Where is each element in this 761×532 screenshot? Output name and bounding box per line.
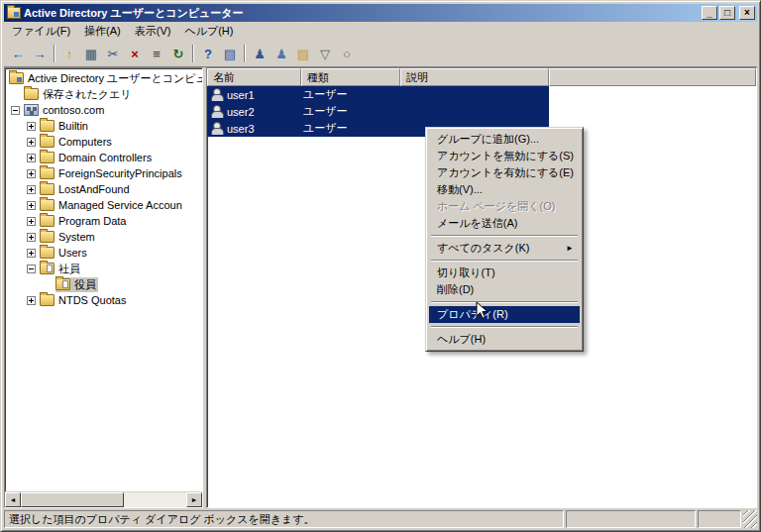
cell-name: user2 bbox=[207, 103, 301, 120]
close-button[interactable]: × bbox=[739, 6, 755, 20]
maximize-button[interactable]: □ bbox=[719, 6, 735, 20]
tree-item-computers[interactable]: Computers bbox=[5, 134, 202, 150]
folder-icon bbox=[40, 120, 54, 132]
tree-item-content: Computers bbox=[40, 136, 114, 148]
up-one-level-icon[interactable]: ↑ bbox=[58, 44, 80, 64]
list-row-user1[interactable]: user1ユーザー bbox=[207, 86, 549, 103]
toolbar-separator bbox=[244, 45, 246, 62]
context-menu-item-disable-account[interactable]: アカウントを無効にする(S) bbox=[429, 148, 580, 164]
scroll-left-icon[interactable]: ◄ bbox=[5, 492, 21, 507]
new-group-icon[interactable]: ♟ bbox=[271, 44, 292, 64]
expand-plus-icon[interactable] bbox=[27, 296, 36, 305]
tree-item-contoso-com[interactable]: contoso.com bbox=[5, 102, 202, 118]
menu-action[interactable]: 操作(A) bbox=[77, 22, 128, 41]
tree-item-builtin[interactable]: Builtin bbox=[5, 118, 202, 134]
tree-item-label: Active Directory ユーザーとコンピュ bbox=[28, 71, 202, 86]
expand-plus-icon[interactable] bbox=[27, 122, 36, 131]
tree-item-saved-queries[interactable]: 保存されたクエリ bbox=[5, 86, 202, 102]
domain-icon bbox=[24, 104, 39, 116]
context-menu-item-all-tasks[interactable]: すべてのタスク(K)► bbox=[429, 240, 580, 257]
tree-item-label: ForeignSecurityPrincipals bbox=[58, 167, 182, 179]
new-ou-icon[interactable]: ▤ bbox=[292, 44, 314, 64]
expand-plus-icon[interactable] bbox=[27, 185, 36, 194]
help-icon[interactable]: ? bbox=[197, 44, 219, 64]
list-row-user2[interactable]: user2ユーザー bbox=[207, 103, 549, 120]
menu-help[interactable]: ヘルプ(H) bbox=[177, 22, 240, 41]
show-console-tree-icon[interactable]: ▦ bbox=[80, 44, 102, 64]
tree-item-yakuin[interactable]: 役員 bbox=[5, 276, 202, 292]
scroll-right-icon[interactable]: ► bbox=[186, 492, 202, 507]
minimize-button[interactable]: _ bbox=[702, 6, 717, 20]
tree-item-foreign-security-principals[interactable]: ForeignSecurityPrincipals bbox=[5, 165, 202, 181]
folder-icon bbox=[40, 231, 54, 243]
expand-plus-icon[interactable] bbox=[27, 233, 36, 242]
context-menu-item-properties[interactable]: プロパティ(R) bbox=[429, 306, 580, 323]
title-bar[interactable]: Active Directory ユーザーとコンピューター _□× bbox=[4, 4, 757, 22]
menu-item-label: アカウントを有効にする(E) bbox=[437, 165, 574, 180]
column-header-type[interactable]: 種類 bbox=[301, 68, 400, 86]
folder-icon bbox=[40, 247, 54, 259]
cell-type: ユーザー bbox=[301, 86, 400, 103]
toolbar-separator bbox=[192, 45, 194, 62]
expand-plus-icon[interactable] bbox=[27, 154, 36, 162]
tree-item-system[interactable]: System bbox=[5, 229, 202, 245]
menu-file[interactable]: ファイル(F) bbox=[5, 22, 77, 41]
expand-minus-icon[interactable] bbox=[27, 265, 36, 273]
new-user-icon[interactable]: ♟ bbox=[249, 44, 271, 64]
scrollbar-track[interactable] bbox=[124, 492, 186, 507]
folder-icon bbox=[40, 215, 54, 227]
tree-item-domain-controllers[interactable]: Domain Controllers bbox=[5, 150, 202, 165]
context-menu-item-add-to-group[interactable]: グループに追加(G)... bbox=[429, 131, 580, 148]
back-icon[interactable]: ← bbox=[7, 44, 29, 64]
context-menu-item-send-mail[interactable]: メールを送信(A) bbox=[429, 215, 580, 232]
user-icon bbox=[210, 88, 223, 101]
tree-item-users[interactable]: Users bbox=[5, 245, 202, 261]
tree-horizontal-scrollbar[interactable]: ◄ ► bbox=[5, 491, 202, 507]
tree-item-content: 保存されたクエリ bbox=[24, 87, 134, 102]
column-header-description[interactable]: 説明 bbox=[400, 68, 549, 86]
cell-name: user3 bbox=[207, 120, 301, 137]
menu-item-label: プロパティ(R) bbox=[437, 307, 508, 322]
user-name: user1 bbox=[227, 89, 255, 101]
context-menu-item-help[interactable]: ヘルプ(H) bbox=[429, 331, 580, 348]
user-name: user3 bbox=[227, 123, 255, 135]
context-menu-item-enable-account[interactable]: アカウントを有効にする(E) bbox=[429, 164, 580, 181]
tree-item-content: contoso.com bbox=[24, 104, 106, 116]
export-list-icon[interactable]: ▤ bbox=[219, 44, 241, 64]
cut-icon[interactable]: ✂ bbox=[102, 44, 124, 64]
resize-grip[interactable] bbox=[743, 510, 757, 528]
folder-icon bbox=[40, 136, 54, 148]
menu-view[interactable]: 表示(V) bbox=[128, 22, 178, 41]
refresh-icon[interactable]: ↻ bbox=[167, 44, 189, 64]
tree-item-program-data[interactable]: Program Data bbox=[5, 213, 202, 229]
menu-item-label: アカウントを無効にする(S) bbox=[437, 149, 574, 163]
find-icon[interactable]: ○ bbox=[336, 44, 358, 64]
expand-plus-icon[interactable] bbox=[27, 249, 36, 258]
expand-minus-icon[interactable] bbox=[11, 106, 20, 115]
tree-item-root[interactable]: Active Directory ユーザーとコンピュ bbox=[5, 70, 202, 86]
expand-plus-icon[interactable] bbox=[27, 138, 36, 147]
scrollbar-thumb[interactable] bbox=[21, 492, 124, 507]
context-menu-item-move[interactable]: 移動(V)... bbox=[429, 181, 580, 198]
forward-icon[interactable]: → bbox=[29, 44, 51, 64]
tree-item-content: NTDS Quotas bbox=[40, 294, 128, 306]
delete-icon[interactable]: × bbox=[124, 44, 146, 64]
expand-plus-icon[interactable] bbox=[27, 201, 36, 210]
root-icon bbox=[9, 72, 24, 84]
user-name: user2 bbox=[227, 106, 255, 118]
context-menu-item-cut[interactable]: 切り取り(T) bbox=[429, 265, 580, 281]
tree-item-shain[interactable]: 社員 bbox=[5, 261, 202, 276]
user-icon bbox=[210, 122, 223, 135]
tree-item-ntds-quotas[interactable]: NTDS Quotas bbox=[5, 292, 202, 308]
tree-item-lost-and-found[interactable]: LostAndFound bbox=[5, 181, 202, 197]
context-menu-item-delete[interactable]: 削除(D) bbox=[429, 281, 580, 298]
expand-plus-icon[interactable] bbox=[27, 217, 36, 226]
properties-icon[interactable]: ≡ bbox=[146, 44, 167, 64]
folder-icon bbox=[24, 88, 39, 100]
column-header-name[interactable]: 名前 bbox=[207, 68, 301, 86]
tree-item-managed-service-accounts[interactable]: Managed Service Accoun bbox=[5, 197, 202, 213]
expand-plus-icon[interactable] bbox=[27, 169, 36, 178]
folder-icon bbox=[40, 199, 54, 211]
app-icon bbox=[7, 7, 21, 19]
set-filter-icon[interactable]: ▽ bbox=[314, 44, 336, 64]
